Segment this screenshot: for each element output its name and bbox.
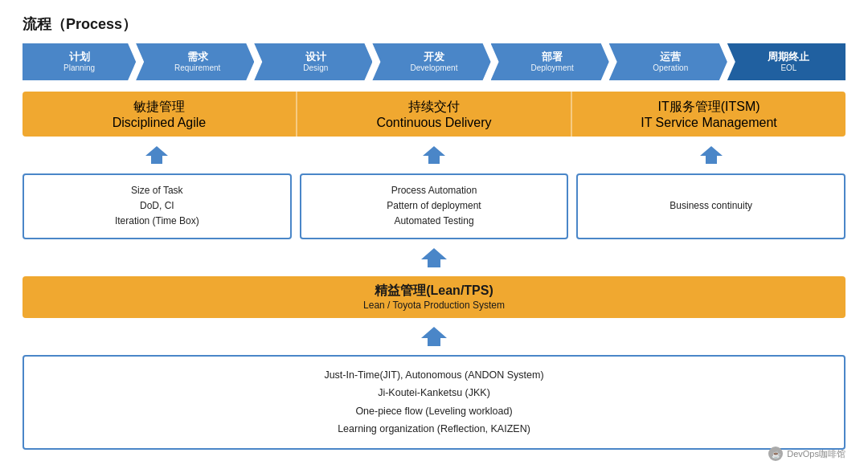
- svg-marker-2: [700, 146, 723, 164]
- process-row: 计划 Planning 需求 Requirement 设计 Design 开发 …: [23, 43, 845, 80]
- step-requirement: 需求 Requirement: [136, 43, 254, 80]
- svg-marker-1: [423, 146, 445, 164]
- itsm-col: IT服务管理(ITSM) IT Service Management: [571, 92, 845, 137]
- step-eol: 周期终止 EOL: [727, 43, 845, 80]
- bottom-arrow: [23, 326, 845, 347]
- blue-boxes-row: Size of Task DoD, CI Iteration (Time Box…: [23, 173, 845, 239]
- step-operation: 运营 Operation: [609, 43, 727, 80]
- svg-marker-0: [145, 146, 168, 164]
- agile-col: 敏捷管理 Disciplined Agile: [23, 92, 296, 137]
- svg-text:☕: ☕: [772, 450, 781, 459]
- center-arrow: [23, 247, 845, 268]
- step-development: 开发 Development: [372, 43, 490, 80]
- arrow-cd: [300, 146, 569, 164]
- svg-marker-3: [421, 248, 447, 267]
- lean-banner: 精益管理(Lean/TPS) Lean / Toyota Production …: [23, 276, 845, 318]
- cd-col: 持续交付 Continuous Delivery: [296, 92, 571, 137]
- itsm-box: Business continuity: [576, 173, 845, 239]
- svg-marker-4: [421, 327, 447, 346]
- top-banner: 敏捷管理 Disciplined Agile 持续交付 Continuous D…: [23, 92, 845, 137]
- arrow-agile: [23, 146, 292, 164]
- cd-box: Process Automation Pattern of deployment…: [300, 173, 569, 239]
- step-deployment: 部署 Deployment: [491, 43, 609, 80]
- page-title: 流程（Process）: [23, 14, 845, 34]
- main-area: 敏捷管理 Disciplined Agile 持续交付 Continuous D…: [23, 92, 845, 450]
- arrow-itsm: [576, 146, 845, 164]
- agile-box: Size of Task DoD, CI Iteration (Time Box…: [23, 173, 292, 239]
- step-design: 设计 Design: [254, 43, 372, 80]
- step-planning: 计划 Planning: [23, 43, 136, 80]
- arrows-top: [23, 146, 845, 164]
- watermark: ☕ DevOps咖啡馆: [768, 447, 845, 461]
- watermark-icon: ☕: [768, 447, 783, 461]
- lean-bottom-box: Just-In-Time(JIT), Autonomous (ANDON Sys…: [23, 355, 845, 450]
